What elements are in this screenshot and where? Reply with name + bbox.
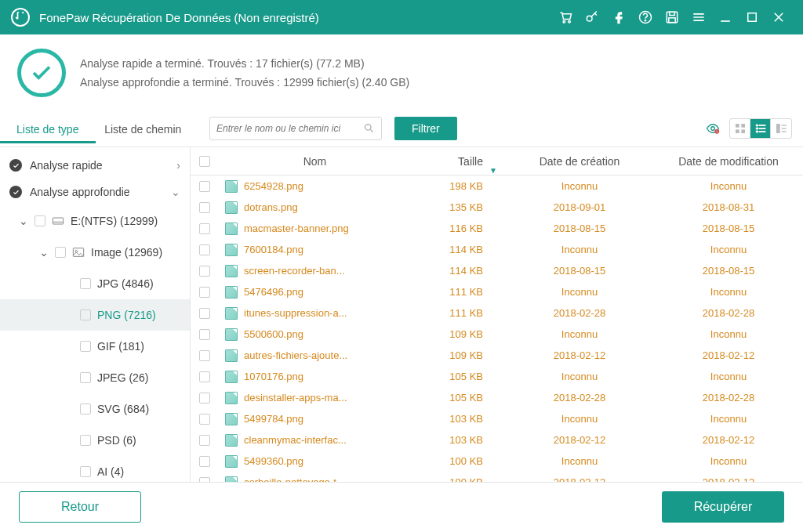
- table-row[interactable]: screen-recorder-ban... 114 KB 2018-08-15…: [191, 260, 803, 281]
- table-row[interactable]: itunes-suppression-a... 111 KB 2018-02-2…: [191, 302, 803, 324]
- minimize-icon[interactable]: [712, 0, 739, 34]
- group-deep-scan[interactable]: Analyse approfondie ⌄: [0, 179, 190, 205]
- svg-rect-23: [782, 125, 787, 125]
- select-all-checkbox[interactable]: [199, 156, 210, 167]
- checkbox[interactable]: [80, 341, 91, 352]
- checkbox[interactable]: [80, 404, 91, 414]
- close-icon[interactable]: [765, 0, 792, 34]
- svg-rect-13: [741, 124, 745, 128]
- tree-format-item[interactable]: JPEG (26): [0, 362, 190, 393]
- detail-view-icon[interactable]: [771, 119, 791, 138]
- row-checkbox[interactable]: [199, 244, 210, 255]
- checkbox[interactable]: [80, 466, 91, 477]
- cart-icon[interactable]: [552, 0, 579, 34]
- file-icon: [225, 455, 238, 468]
- file-size: 114 KB: [411, 244, 505, 255]
- checkbox[interactable]: [80, 278, 91, 289]
- tree-format-item[interactable]: GIF (181): [0, 331, 190, 362]
- filter-button[interactable]: Filtrer: [394, 117, 457, 140]
- search-input[interactable]: [216, 123, 363, 134]
- svg-point-2: [587, 16, 592, 21]
- checkbox[interactable]: [80, 309, 91, 320]
- row-checkbox[interactable]: [199, 287, 210, 298]
- table-row[interactable]: 7600184.png 114 KB Inconnu Inconnu: [191, 239, 803, 260]
- tree-format-item[interactable]: SVG (684): [0, 393, 190, 425]
- table-row[interactable]: cleanmymac-interfac... 103 KB 2018-02-12…: [191, 429, 803, 451]
- menu-icon[interactable]: [685, 0, 712, 34]
- column-size[interactable]: Taille▼: [411, 155, 505, 168]
- row-checkbox[interactable]: [199, 393, 210, 404]
- file-size: 114 KB: [411, 265, 505, 277]
- file-modified: 2018-02-28: [654, 392, 803, 404]
- table-row[interactable]: autres-fichiers-ajoute... 109 KB 2018-02…: [191, 345, 803, 366]
- tree-format-item[interactable]: PSD (6): [0, 425, 190, 456]
- file-modified: Inconnu: [654, 286, 803, 298]
- row-checkbox[interactable]: [199, 477, 210, 483]
- row-checkbox[interactable]: [199, 202, 210, 213]
- table-row[interactable]: 5500600.png 109 KB Inconnu Inconnu: [191, 324, 803, 345]
- row-checkbox[interactable]: [199, 371, 210, 382]
- tab-path-list[interactable]: Liste de chemin: [96, 114, 191, 143]
- checkbox[interactable]: [55, 247, 66, 258]
- row-checkbox[interactable]: [199, 435, 210, 446]
- column-created[interactable]: Date de création: [505, 155, 654, 168]
- table-header: Nom Taille▼ Date de création Date de mod…: [191, 147, 803, 176]
- file-created: 2018-08-15: [505, 265, 654, 277]
- save-icon[interactable]: [659, 0, 685, 34]
- table-row[interactable]: 6254928.png 198 KB Inconnu Inconnu: [191, 176, 803, 197]
- table-row[interactable]: 1070176.png 105 KB Inconnu Inconnu: [191, 366, 803, 387]
- key-icon[interactable]: [579, 0, 605, 34]
- row-checkbox[interactable]: [199, 181, 210, 192]
- recover-button[interactable]: Récupérer: [662, 491, 784, 523]
- file-created: 2018-02-12: [505, 434, 654, 446]
- back-button[interactable]: Retour: [19, 491, 141, 523]
- row-checkbox[interactable]: [199, 350, 210, 361]
- row-checkbox[interactable]: [199, 414, 210, 425]
- column-name[interactable]: Nom: [219, 155, 411, 168]
- tree-format-item[interactable]: PNG (7216): [0, 299, 190, 331]
- maximize-icon[interactable]: [739, 0, 765, 34]
- svg-rect-8: [748, 13, 757, 22]
- tree-drive[interactable]: ⌄ E:(NTFS) (12999): [0, 205, 190, 237]
- checkbox[interactable]: [35, 215, 45, 226]
- file-size: 103 KB: [411, 413, 505, 425]
- table-row[interactable]: 5499360.png 100 KB Inconnu Inconnu: [191, 451, 803, 472]
- column-modified[interactable]: Date de modification: [654, 155, 803, 168]
- table-row[interactable]: corbeille-nettoyage-t... 100 KB 2018-02-…: [191, 472, 803, 482]
- file-modified: Inconnu: [654, 455, 803, 467]
- grid-view-icon[interactable]: [730, 119, 750, 138]
- checkbox[interactable]: [80, 372, 91, 383]
- preview-toggle-icon[interactable]: [704, 121, 721, 136]
- row-checkbox[interactable]: [199, 223, 210, 234]
- row-checkbox[interactable]: [199, 329, 210, 340]
- row-checkbox[interactable]: [199, 308, 210, 319]
- table-row[interactable]: 5499784.png 103 KB Inconnu Inconnu: [191, 408, 803, 429]
- svg-rect-24: [782, 128, 787, 128]
- tree-format-item[interactable]: JPG (4846): [0, 268, 190, 299]
- table-row[interactable]: desinstaller-apps-ma... 105 KB 2018-02-2…: [191, 387, 803, 408]
- file-icon: [225, 434, 238, 447]
- file-icon: [225, 307, 238, 320]
- row-checkbox[interactable]: [199, 456, 210, 467]
- facebook-icon[interactable]: [605, 0, 632, 34]
- search-box[interactable]: [209, 117, 382, 140]
- file-created: 2018-02-28: [505, 307, 654, 319]
- tree-image-folder[interactable]: ⌄ Image (12969): [0, 237, 190, 268]
- svg-point-18: [756, 127, 758, 129]
- svg-point-1: [569, 21, 571, 24]
- table-row[interactable]: macmaster-banner.png 116 KB 2018-08-15 2…: [191, 218, 803, 239]
- table-row[interactable]: 5476496.png 111 KB Inconnu Inconnu: [191, 281, 803, 302]
- group-quick-scan[interactable]: Analyse rapide ›: [0, 152, 190, 179]
- list-view-icon[interactable]: [750, 119, 771, 138]
- file-modified: Inconnu: [654, 371, 803, 382]
- tree-item-label: AI (4): [97, 465, 124, 478]
- table-row[interactable]: dotrans.png 135 KB 2018-09-01 2018-08-31: [191, 197, 803, 218]
- footer: Retour Récupérer: [0, 482, 803, 530]
- file-icon: [225, 201, 238, 214]
- help-icon[interactable]: [632, 0, 659, 34]
- tree-format-item[interactable]: AI (4): [0, 456, 190, 482]
- search-icon: [363, 122, 375, 134]
- checkbox[interactable]: [80, 435, 91, 446]
- tab-type-list[interactable]: Liste de type: [0, 114, 96, 143]
- row-checkbox[interactable]: [199, 266, 210, 277]
